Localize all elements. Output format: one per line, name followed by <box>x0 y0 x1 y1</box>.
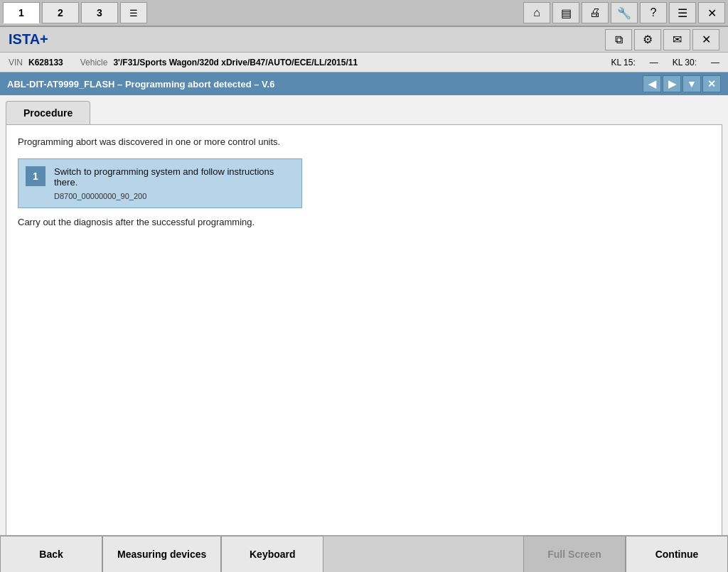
vin-value: K628133 <box>28 58 63 68</box>
vehicle-value: 3'/F31/Sports Wagon/320d xDrive/B47/AUTO… <box>113 58 358 68</box>
back-button[interactable]: Back <box>0 536 102 572</box>
copy-button[interactable]: ⧉ <box>605 29 632 50</box>
step-box-1: 1 Switch to programming system and follo… <box>18 158 302 208</box>
printer-button[interactable]: 🖨 <box>582 2 609 23</box>
close-top-button[interactable]: ✕ <box>698 2 725 23</box>
alert-prev-button[interactable]: ◀ <box>643 75 661 92</box>
tab-1[interactable]: 1 <box>3 2 40 23</box>
step-code-1: D8700_00000000_90_200 <box>54 192 294 200</box>
alert-bar: ABL-DIT-AT9999_FLASH – Programming abort… <box>0 72 728 95</box>
prev-icon: ◀ <box>648 78 656 90</box>
dropdown-icon: ▼ <box>687 78 697 90</box>
title-bar: ISTA+ ⧉ ⚙ ✉ ✕ <box>0 27 728 53</box>
continue-button[interactable]: Continue <box>626 536 728 572</box>
home-button[interactable]: ⌂ <box>523 2 550 23</box>
content-panel: Programming abort was discovered in one … <box>6 124 722 536</box>
kl-section: KL 15: — KL 30: — <box>611 58 720 68</box>
close-title-button[interactable]: ✕ <box>692 29 719 50</box>
mail-button[interactable]: ✉ <box>663 29 690 50</box>
alert-dropdown-button[interactable]: ▼ <box>682 75 701 92</box>
close-top-icon: ✕ <box>707 6 717 20</box>
alert-close-button[interactable]: ✕ <box>702 75 721 92</box>
main-content: Procedure Programming abort was discover… <box>0 95 728 536</box>
kl30-value: — <box>711 58 719 68</box>
app-title: ISTA+ <box>9 31 48 48</box>
next-icon: ▶ <box>668 78 676 90</box>
full-screen-button[interactable]: Full Screen <box>523 536 626 572</box>
list2-icon: ☰ <box>678 6 687 20</box>
kl30-label: KL 30: <box>673 58 697 68</box>
copy-icon: ⧉ <box>615 33 623 46</box>
alert-next-button[interactable]: ▶ <box>663 75 681 92</box>
procedure-tab[interactable]: Procedure <box>6 101 90 124</box>
question-icon: ? <box>651 6 657 19</box>
measuring-devices-button[interactable]: Measuring devices <box>102 536 221 572</box>
alert-close-icon: ✕ <box>707 78 716 90</box>
home-icon: ⌂ <box>533 6 540 19</box>
tab-3[interactable]: 3 <box>81 2 118 23</box>
alert-title: ABL-DIT-AT9999_FLASH – Programming abort… <box>7 79 274 90</box>
tab-bar: 1 2 3 ☰ ⌂ ▤ 🖨 🔧 ? ☰ ✕ <box>0 0 728 27</box>
alert-bar-right: ◀ ▶ ▼ ✕ <box>643 75 721 92</box>
step-number-1: 1 <box>26 166 46 186</box>
close-title-icon: ✕ <box>702 33 711 46</box>
keyboard-button[interactable]: Keyboard <box>221 536 323 572</box>
vehicle-label: Vehicle <box>80 58 108 68</box>
gear-icon: ⚙ <box>643 33 653 46</box>
step-instruction-1: Switch to programming system and follow … <box>54 166 294 188</box>
followup-text: Carry out the diagnosis after the succes… <box>18 217 710 227</box>
id-card-icon: ▤ <box>561 6 572 20</box>
list-icon: ☰ <box>129 8 138 18</box>
kl15-label: KL 15: <box>611 58 636 68</box>
gear-button[interactable]: ⚙ <box>634 29 661 50</box>
id-card-button[interactable]: ▤ <box>552 2 579 23</box>
vin-label: VIN <box>9 58 23 68</box>
list2-button[interactable]: ☰ <box>669 2 696 23</box>
bottom-bar: Back Measuring devices Keyboard Full Scr… <box>0 535 728 572</box>
vin-bar: VIN K628133 Vehicle 3'/F31/Sports Wagon/… <box>0 53 728 72</box>
mail-icon: ✉ <box>673 33 682 46</box>
wrench-icon: 🔧 <box>617 6 631 20</box>
title-bar-right: ⧉ ⚙ ✉ ✕ <box>605 29 719 50</box>
help-button[interactable]: ? <box>640 2 667 23</box>
wrench-button[interactable]: 🔧 <box>611 2 638 23</box>
tab-2[interactable]: 2 <box>42 2 79 23</box>
printer-icon: 🖨 <box>589 6 601 19</box>
intro-text: Programming abort was discovered in one … <box>18 136 710 147</box>
tab-list-icon[interactable]: ☰ <box>120 2 147 23</box>
toolbar-right: ⌂ ▤ 🖨 🔧 ? ☰ ✕ <box>523 2 725 23</box>
step-content-1: Switch to programming system and follow … <box>54 166 294 200</box>
kl15-value: — <box>650 58 658 68</box>
